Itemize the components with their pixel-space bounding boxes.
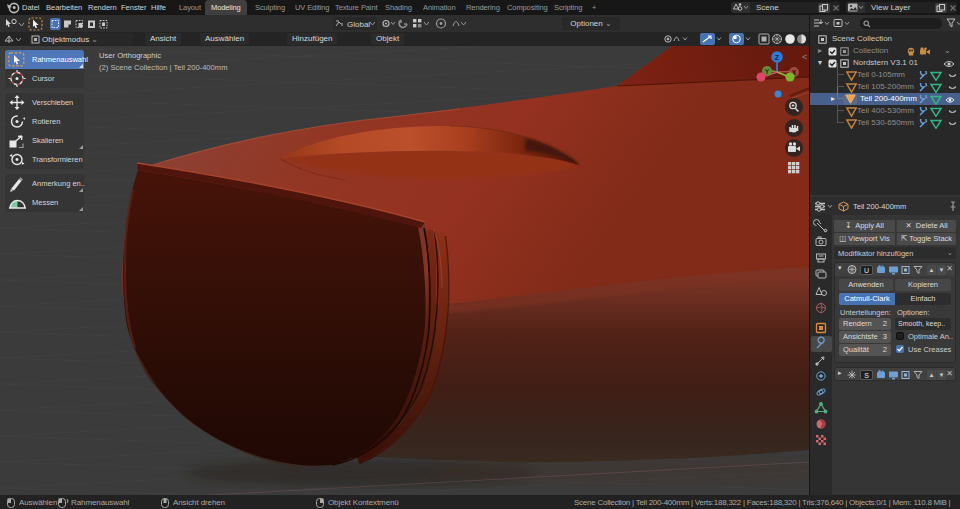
svg-text:Y: Y	[765, 68, 770, 75]
svg-text:(2) Scene Collection | Teil 20: (2) Scene Collection | Teil 200-400mm	[99, 63, 227, 72]
svg-text:Global: Global	[347, 20, 370, 29]
svg-text:<: <	[802, 52, 807, 62]
svg-text:Z: Z	[775, 54, 780, 61]
svg-text:User Orthographic: User Orthographic	[99, 51, 161, 60]
